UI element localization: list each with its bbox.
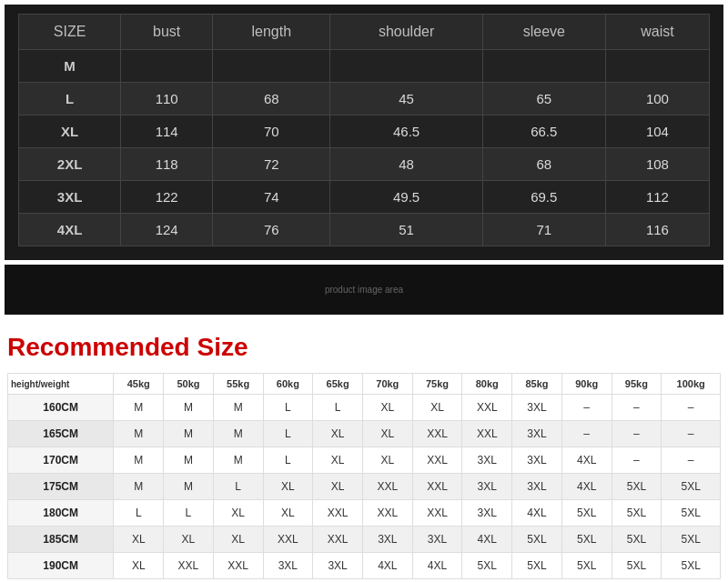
size-chart-cell: 70 <box>213 115 330 148</box>
recommended-cell: XXL <box>213 553 263 579</box>
size-chart-cell: 68 <box>213 83 330 115</box>
recommended-cell: M <box>164 447 214 474</box>
size-chart-cell: 68 <box>482 148 605 181</box>
recommended-cell: M <box>114 421 164 447</box>
size-chart-cell: 104 <box>605 115 709 148</box>
recommended-cell: L <box>213 474 263 500</box>
recommended-height-cell: 175CM <box>8 474 114 500</box>
recommended-cell: 5XL <box>662 527 721 553</box>
recommended-section: Recommended Size height/weight45kg50kg55… <box>0 319 728 582</box>
size-chart-header-cell: bust <box>121 15 213 50</box>
recommended-cell: XXL <box>313 527 363 553</box>
recommended-cell: M <box>213 447 263 474</box>
size-chart-cell: 118 <box>121 148 213 181</box>
recommended-cell: 5XL <box>612 500 662 527</box>
recommended-cell: 3XL <box>512 395 562 421</box>
size-chart-cell: 48 <box>330 148 482 181</box>
recommended-cell: 5XL <box>612 553 662 579</box>
recommended-cell: 5XL <box>561 500 612 527</box>
size-chart-cell <box>605 50 709 83</box>
recommended-cell: XL <box>313 421 363 447</box>
size-chart-cell: L <box>19 83 121 115</box>
recommended-header-cell: 70kg <box>362 374 412 395</box>
recommended-cell: M <box>114 395 164 421</box>
recommended-cell: 3XL <box>412 527 462 553</box>
recommended-cell: M <box>164 395 214 421</box>
recommended-cell: 5XL <box>512 527 562 553</box>
size-chart-cell: 110 <box>121 83 213 115</box>
image-placeholder: product image area <box>325 285 403 295</box>
recommended-cell: – <box>612 447 662 474</box>
recommended-cell: XXL <box>164 553 214 579</box>
recommended-cell: – <box>612 421 662 447</box>
size-chart-cell: 65 <box>482 83 605 115</box>
size-chart-header-cell: waist <box>605 15 709 50</box>
size-chart-cell: 4XL <box>19 214 121 246</box>
recommended-header-cell: 90kg <box>561 374 612 395</box>
recommended-cell: 3XL <box>462 474 512 500</box>
recommended-header-cell: 60kg <box>263 374 313 395</box>
recommended-cell: XXL <box>462 421 512 447</box>
size-chart-header-cell: shoulder <box>330 15 482 50</box>
recommended-cell: XXL <box>412 500 462 527</box>
recommended-row: 190CMXLXXLXXL3XL3XL4XL4XL5XL5XL5XL5XL5XL <box>8 553 721 579</box>
size-chart-row: 2XL118724868108 <box>19 148 710 181</box>
recommended-header-cell: 75kg <box>412 374 462 395</box>
recommended-cell: XL <box>213 527 263 553</box>
recommended-cell: XL <box>114 527 164 553</box>
size-chart-row: M <box>19 50 710 83</box>
size-chart-cell: 2XL <box>19 148 121 181</box>
size-chart-header-cell: SIZE <box>19 15 121 50</box>
recommended-cell: XL <box>213 500 263 527</box>
size-chart-row: XL1147046.566.5104 <box>19 115 710 148</box>
recommended-cell: L <box>263 395 313 421</box>
recommended-cell: L <box>263 447 313 474</box>
recommended-cell: XXL <box>412 474 462 500</box>
recommended-cell: 3XL <box>462 447 512 474</box>
recommended-header-cell: 85kg <box>512 374 562 395</box>
recommended-cell: XXL <box>263 527 313 553</box>
recommended-cell: M <box>114 447 164 474</box>
size-chart-header-row: SIZEbustlengthshouldersleevewaist <box>19 15 710 50</box>
recommended-row: 180CMLLXLXLXXLXXLXXL3XL4XL5XL5XL5XL <box>8 500 721 527</box>
recommended-row: 185CMXLXLXLXXLXXL3XL3XL4XL5XL5XL5XL5XL <box>8 527 721 553</box>
size-chart-cell <box>121 50 213 83</box>
recommended-header-row: height/weight45kg50kg55kg60kg65kg70kg75k… <box>8 374 721 395</box>
recommended-cell: M <box>213 421 263 447</box>
recommended-cell: XL <box>313 447 363 474</box>
recommended-cell: 4XL <box>412 553 462 579</box>
size-chart-cell: 51 <box>330 214 482 246</box>
recommended-cell: 3XL <box>313 553 363 579</box>
recommended-cell: – <box>662 395 721 421</box>
recommended-cell: XL <box>313 474 363 500</box>
size-chart-header-cell: length <box>213 15 330 50</box>
recommended-title: Recommended Size <box>7 333 721 362</box>
recommended-cell: – <box>612 395 662 421</box>
size-chart-cell: 124 <box>121 214 213 246</box>
recommended-cell: XL <box>362 421 412 447</box>
recommended-cell: – <box>662 421 721 447</box>
size-chart-cell: XL <box>19 115 121 148</box>
recommended-cell: 3XL <box>512 421 562 447</box>
recommended-cell: 3XL <box>462 500 512 527</box>
recommended-cell: – <box>561 395 612 421</box>
size-chart-cell: 46.5 <box>330 115 482 148</box>
recommended-cell: 5XL <box>561 527 612 553</box>
size-chart-body: ML110684565100XL1147046.566.51042XL11872… <box>19 50 710 246</box>
size-chart-cell: 45 <box>330 83 482 115</box>
recommended-height-cell: 170CM <box>8 447 114 474</box>
recommended-header-cell: 50kg <box>164 374 214 395</box>
recommended-header-cell: 100kg <box>662 374 721 395</box>
recommended-cell: 5XL <box>662 553 721 579</box>
recommended-cell: 3XL <box>263 553 313 579</box>
size-chart-header-cell: sleeve <box>482 15 605 50</box>
size-chart-cell <box>213 50 330 83</box>
recommended-header-cell: 45kg <box>114 374 164 395</box>
recommended-cell: 5XL <box>662 500 721 527</box>
size-chart-cell: 122 <box>121 181 213 214</box>
recommended-cell: L <box>114 500 164 527</box>
size-chart-row: 3XL1227449.569.5112 <box>19 181 710 214</box>
recommended-cell: 5XL <box>462 553 512 579</box>
size-chart-cell: 100 <box>605 83 709 115</box>
recommended-cell: XXL <box>313 500 363 527</box>
